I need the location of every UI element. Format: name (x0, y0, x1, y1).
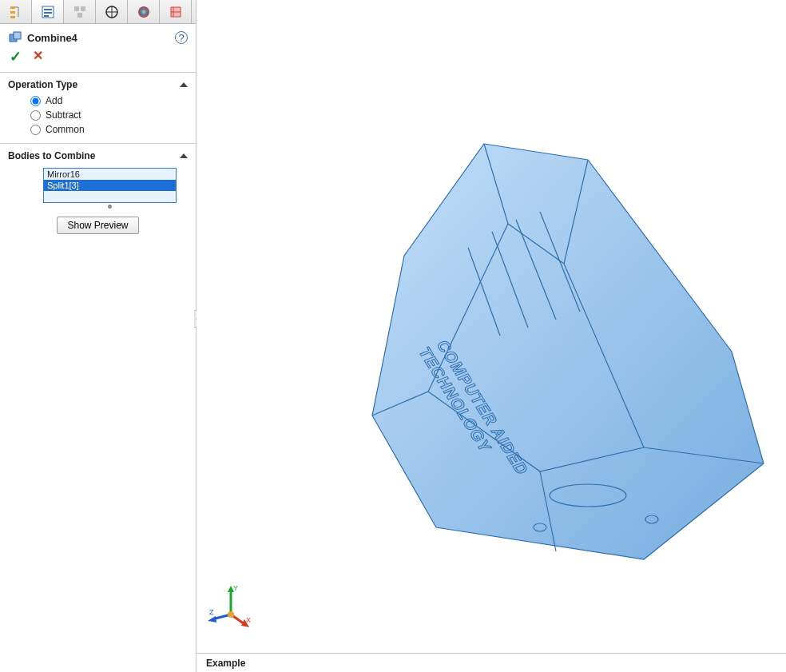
svg-rect-4 (74, 6, 79, 11)
axis-label-y: Y (233, 584, 238, 592)
svg-rect-1 (44, 9, 52, 10)
axis-label-z: Z (209, 608, 214, 616)
status-text: Example (206, 658, 245, 669)
cam-manager-icon (168, 4, 184, 20)
section-label: Bodies to Combine (8, 150, 95, 161)
collapse-icon (180, 82, 188, 87)
show-preview-button[interactable]: Show Preview (57, 217, 138, 234)
section-header-bodies[interactable]: Bodies to Combine (8, 150, 188, 165)
display-manager-icon (136, 4, 152, 20)
help-icon[interactable]: ? (175, 31, 188, 44)
list-item[interactable]: Split1[3] (44, 180, 176, 191)
graphics-viewport[interactable]: COMPUTER AIDED TECHNOLOGY Y Z X Example (196, 0, 786, 672)
svg-rect-3 (44, 15, 49, 17)
svg-rect-2 (44, 12, 52, 14)
dimxpert-icon (104, 4, 120, 20)
tab-feature-manager[interactable] (0, 0, 32, 23)
configuration-icon (72, 4, 88, 20)
feature-title: Combine4 (27, 32, 77, 44)
svg-rect-5 (81, 6, 85, 11)
section-header-operation-type[interactable]: Operation Type (8, 79, 188, 93)
tab-cam-manager[interactable] (160, 0, 192, 23)
radio-subtract[interactable]: Subtract (8, 108, 188, 122)
radio-add[interactable]: Add (8, 93, 188, 108)
model-preview: COMPUTER AIDED TECHNOLOGY (300, 128, 780, 575)
tab-display-manager[interactable] (128, 0, 160, 23)
collapse-icon (180, 153, 188, 158)
property-manager-icon (40, 4, 56, 20)
feature-title-row: Combine4 ? (0, 24, 196, 48)
section-operation-type: Operation Type Add Subtract Common (0, 73, 196, 143)
svg-marker-19 (208, 616, 216, 622)
svg-rect-12 (14, 32, 21, 39)
combine-feature-icon (8, 30, 22, 45)
list-resize-handle[interactable] (108, 205, 112, 209)
axis-label-x: X (246, 616, 251, 624)
tab-property-manager[interactable] (32, 0, 64, 23)
tab-configuration-manager[interactable] (64, 0, 96, 23)
tab-dimxpert[interactable] (96, 0, 128, 23)
radio-label: Common (46, 124, 85, 135)
bodies-selection-list[interactable]: Mirror16 Split1[3] (43, 168, 177, 203)
list-item[interactable] (44, 191, 176, 202)
ok-cancel-row: ✓ ✕ (0, 48, 196, 72)
orientation-triad[interactable]: Y Z X (208, 583, 254, 629)
app-root: Combine4 ? ✓ ✕ Operation Type Add Subtra… (0, 0, 786, 672)
cancel-button[interactable]: ✕ (33, 48, 43, 66)
feature-tree-icon (8, 4, 24, 20)
section-bodies: Bodies to Combine Mirror16 Split1[3] (0, 144, 196, 241)
ok-button[interactable]: ✓ (10, 48, 22, 66)
svg-rect-6 (77, 13, 82, 18)
panel-tabbar (0, 0, 196, 24)
list-item[interactable]: Mirror16 (44, 169, 176, 180)
radio-label: Add (46, 95, 62, 106)
property-manager-panel: Combine4 ? ✓ ✕ Operation Type Add Subtra… (0, 0, 196, 672)
radio-common[interactable]: Common (8, 122, 188, 137)
svg-point-10 (138, 6, 149, 18)
status-bar: Example (196, 653, 786, 672)
svg-point-22 (228, 611, 234, 618)
section-label: Operation Type (8, 79, 77, 90)
radio-label: Subtract (46, 109, 81, 121)
